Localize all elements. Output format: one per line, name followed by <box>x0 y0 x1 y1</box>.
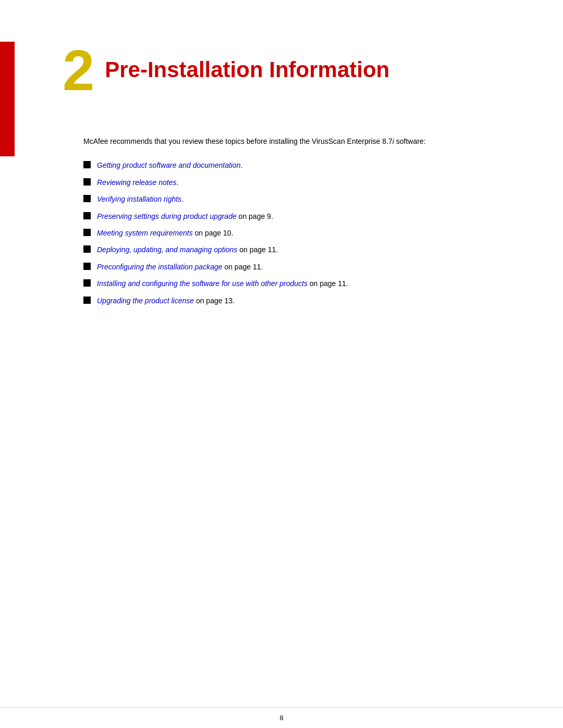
bullet-icon <box>83 229 91 236</box>
topics-list: Getting product software and documentati… <box>83 159 500 306</box>
link-getting-product[interactable]: Getting product software and documentati… <box>97 161 241 169</box>
bullet-icon <box>83 161 91 168</box>
list-item: Preconfiguring the installation package … <box>83 261 500 273</box>
bullet-icon <box>83 212 91 219</box>
link-preconfiguring[interactable]: Preconfiguring the installation package <box>97 263 223 271</box>
chapter-header: 2 Pre-Installation Information <box>0 0 563 120</box>
chapter-title: Pre-Installation Information <box>105 42 389 82</box>
main-content: McAfee recommends that you review these … <box>0 120 563 707</box>
bullet-icon <box>83 245 91 253</box>
list-item: Deploying, updating, and managing option… <box>83 244 500 255</box>
intro-text-before: McAfee recommends that you review these … <box>83 137 393 145</box>
bullet-icon <box>83 263 91 270</box>
page-number: 8 <box>279 714 283 722</box>
bullet-icon <box>83 297 91 304</box>
intro-paragraph: McAfee recommends that you review these … <box>83 135 448 147</box>
chapter-number: 2 <box>63 42 94 99</box>
list-item: Preserving settings during product upgra… <box>83 211 500 222</box>
bullet-icon <box>83 178 91 186</box>
chapter-side-tab <box>0 42 15 156</box>
link-deploying-updating[interactable]: Deploying, updating, and managing option… <box>97 245 237 254</box>
list-item: Getting product software and documentati… <box>83 159 500 171</box>
list-item: Installing and configuring the software … <box>83 278 500 289</box>
bullet-icon <box>83 279 91 287</box>
list-item: Reviewing release notes. <box>83 177 500 188</box>
list-item: Verifying installation rights. <box>83 193 500 205</box>
intro-text-after: software: <box>394 137 426 145</box>
link-installing-configuring[interactable]: Installing and configuring the software … <box>97 279 308 288</box>
page-footer: 8 <box>0 707 563 728</box>
list-item: Upgrading the product license on page 13… <box>83 295 500 306</box>
link-upgrading-license[interactable]: Upgrading the product license <box>97 297 194 305</box>
link-verifying-installation[interactable]: Verifying installation rights <box>97 195 181 203</box>
link-meeting-system[interactable]: Meeting system requirements <box>97 229 193 237</box>
link-reviewing-release[interactable]: Reviewing release notes <box>97 178 177 187</box>
page: 2 Pre-Installation Information McAfee re… <box>0 0 563 728</box>
bullet-icon <box>83 195 91 202</box>
list-item: Meeting system requirements on page 10. <box>83 227 500 239</box>
link-preserving-settings[interactable]: Preserving settings during product upgra… <box>97 212 237 220</box>
